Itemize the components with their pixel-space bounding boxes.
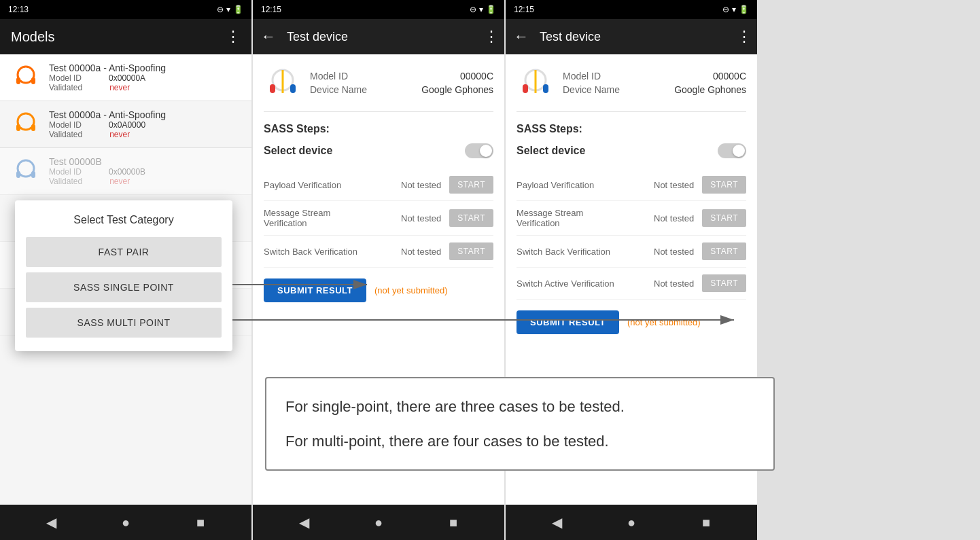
app-bar-1: Models ⋮ <box>0 19 251 54</box>
select-device-row-2: Select device <box>264 143 493 158</box>
model-name-3: Test 00000B <box>49 156 241 167</box>
model-info-1: Test 00000a - Anti-Spoofing Model ID 0x0… <box>49 62 241 92</box>
test-label-message-2: Message StreamVerification <box>264 208 387 228</box>
start-btn-payload-3[interactable]: START <box>702 176 746 194</box>
model-sub-3: Model ID 0x00000B <box>49 167 241 177</box>
home-nav-btn-3[interactable]: ● <box>618 509 645 536</box>
model-validated-2: Validated never <box>49 130 241 139</box>
svg-rect-21 <box>270 84 275 93</box>
test-row-message-3: Message StreamVerification Not tested ST… <box>517 201 746 236</box>
test-status-message-3: Not tested <box>640 213 694 223</box>
device-header-3: Model ID 00000C Device Name Google Gphon… <box>517 65 746 112</box>
start-btn-message-2[interactable]: START <box>449 209 493 227</box>
status-bar-1: 12:13 ⊖ ▾ 🔋 <box>0 0 251 19</box>
model-id-row-3: Model ID 00000C <box>563 71 746 82</box>
back-nav-btn-2[interactable]: ◀ <box>290 509 317 536</box>
device-icon-2 <box>264 65 302 103</box>
model-info-3: Test 00000B Model ID 0x00000B Validated … <box>49 156 241 186</box>
start-btn-switchback-2[interactable]: START <box>449 242 493 260</box>
nav-bar-1: ◀ ● ■ <box>0 505 251 540</box>
model-icon-3 <box>11 156 41 186</box>
back-nav-btn[interactable]: ◀ <box>37 509 65 536</box>
sync-icon: ⊖ <box>217 5 224 14</box>
model-info-2: Test 00000a - Anti-Spoofing Model ID 0x0… <box>49 109 241 139</box>
start-btn-switchback-3[interactable]: START <box>702 242 746 260</box>
nav-bar-2: ◀ ● ■ <box>253 505 504 540</box>
model-validated-1: Validated never <box>49 83 241 92</box>
model-icon-2 <box>11 109 41 139</box>
back-btn-2[interactable]: ← <box>256 22 281 51</box>
sync-icon-3: ⊖ <box>722 5 729 14</box>
back-btn-3[interactable]: ← <box>508 22 534 51</box>
sass-multi-point-btn[interactable]: SASS MULTI POINT <box>26 308 222 338</box>
status-icons-2: ⊖ ▾ 🔋 <box>470 5 496 14</box>
device-icon-3 <box>517 65 555 103</box>
model-icon-1 <box>11 62 41 92</box>
battery-icon-2: 🔋 <box>486 5 496 14</box>
select-device-toggle-3[interactable] <box>718 143 746 158</box>
home-nav-btn-2[interactable]: ● <box>365 509 392 536</box>
test-title-3: Test device <box>540 30 731 44</box>
test-label-payload-2: Payload Verification <box>264 180 387 190</box>
list-item[interactable]: Test 00000a - Anti-Spoofing Model ID 0x0… <box>0 101 251 148</box>
model-id-row-2: Model ID 00000C <box>310 71 493 82</box>
device-info-3: Model ID 00000C Device Name Google Gphon… <box>563 71 746 98</box>
svg-rect-1 <box>16 77 20 84</box>
svg-rect-5 <box>31 124 35 131</box>
device-name-row-3: Device Name Google Gphones <box>563 84 746 95</box>
submit-result-btn-3[interactable]: SUBMIT RESULT <box>517 310 619 334</box>
svg-rect-8 <box>31 171 35 178</box>
start-btn-message-3[interactable]: START <box>702 209 746 227</box>
toggle-knob-3 <box>733 145 745 157</box>
dialog-title: Select Test Category <box>26 214 222 226</box>
test-status-message-2: Not tested <box>387 213 441 223</box>
annotation-text: For single-point, there are three cases … <box>285 395 754 453</box>
start-btn-switchactive-3[interactable]: START <box>702 274 746 292</box>
home-nav-btn[interactable]: ● <box>112 509 139 536</box>
test-row-switchback-2: Switch Back Verification Not tested STAR… <box>264 236 493 268</box>
svg-rect-26 <box>543 84 548 93</box>
battery-icon: 🔋 <box>233 5 243 14</box>
select-device-label-3: Select device <box>517 145 585 157</box>
device-info-2: Model ID 00000C Device Name Google Gphon… <box>310 71 493 98</box>
svg-rect-2 <box>31 77 35 84</box>
submit-result-btn-2[interactable]: SUBMIT RESULT <box>264 278 366 302</box>
test-row-switchback-3: Switch Back Verification Not tested STAR… <box>517 236 746 268</box>
test-label-switchback-2: Switch Back Verification <box>264 247 387 257</box>
select-device-label-2: Select device <box>264 145 332 157</box>
svg-rect-7 <box>16 171 20 178</box>
status-icons-1: ⊖ ▾ 🔋 <box>217 5 243 14</box>
recent-nav-btn-2[interactable]: ■ <box>440 509 467 536</box>
test-app-bar-3: ← Test device ⋮ <box>506 19 757 54</box>
overflow-menu-btn[interactable]: ⋮ <box>226 28 241 46</box>
select-device-toggle-2[interactable] <box>465 143 493 158</box>
test-label-switchactive-3: Switch Active Verification <box>517 278 640 289</box>
test-status-payload-2: Not tested <box>387 180 441 190</box>
svg-rect-22 <box>290 84 296 93</box>
status-bar-2: 12:15 ⊖ ▾ 🔋 <box>253 0 504 19</box>
test-row-payload-2: Payload Verification Not tested START <box>264 169 493 201</box>
wifi-icon: ▾ <box>226 5 230 14</box>
test-row-message-2: Message StreamVerification Not tested ST… <box>264 201 493 236</box>
test-label-message-3: Message StreamVerification <box>517 208 640 228</box>
time-2: 12:15 <box>261 5 281 14</box>
test-status-switchback-2: Not tested <box>387 247 441 257</box>
model-name-2: Test 00000a - Anti-Spoofing <box>49 109 241 120</box>
recent-nav-btn[interactable]: ■ <box>187 509 214 536</box>
list-item[interactable]: Test 00000B Model ID 0x00000B Validated … <box>0 148 251 195</box>
annotation-box: For single-point, there are three cases … <box>265 377 775 471</box>
status-icons-3: ⊖ ▾ 🔋 <box>722 5 749 14</box>
list-item[interactable]: Test 00000a - Anti-Spoofing Model ID 0x0… <box>0 54 251 101</box>
fast-pair-btn[interactable]: FAST PAIR <box>26 237 222 267</box>
not-submitted-3: (not yet submitted) <box>627 317 701 327</box>
back-nav-btn-3[interactable]: ◀ <box>543 509 570 536</box>
overflow-2[interactable]: ⋮ <box>484 28 499 46</box>
start-btn-payload-2[interactable]: START <box>449 176 493 194</box>
battery-icon-3: 🔋 <box>739 5 749 14</box>
recent-nav-btn-3[interactable]: ■ <box>693 509 720 536</box>
toggle-knob-2 <box>480 145 492 157</box>
overflow-3[interactable]: ⋮ <box>737 28 752 46</box>
not-submitted-2: (not yet submitted) <box>374 285 448 295</box>
sass-single-point-btn[interactable]: SASS SINGLE POINT <box>26 272 222 302</box>
model-sub-2: Model ID 0x0A0000 <box>49 120 241 130</box>
